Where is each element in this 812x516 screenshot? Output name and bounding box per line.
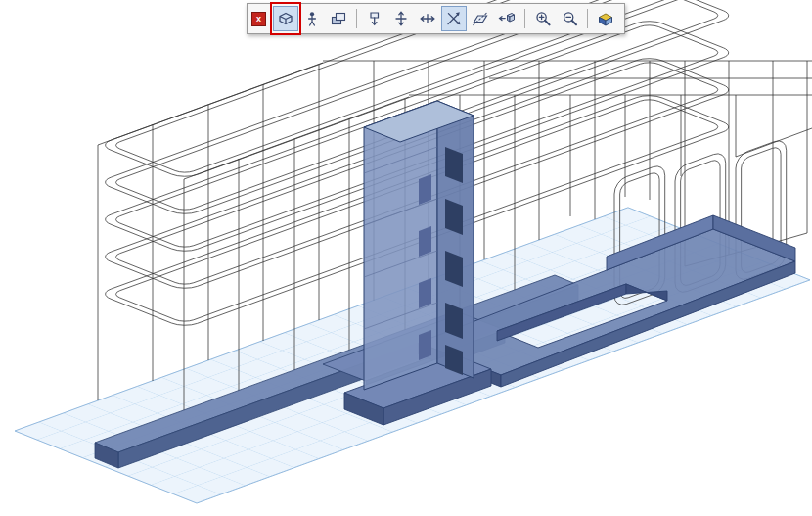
zoom-in-button[interactable] [530,6,556,31]
walk-button[interactable] [362,6,387,31]
core-tower [344,101,491,425]
zoom-out-icon [560,9,579,28]
axonometry-button[interactable] [273,6,298,31]
orbit-icon [444,9,464,28]
walk-icon [365,9,384,28]
elevate-icon [391,9,411,28]
toolbar-separator [356,9,357,28]
toolbar-buttons [273,6,618,31]
skew-icon [471,9,490,28]
move-copy-button[interactable] [494,6,519,31]
axonometry-icon [276,9,295,28]
skew-button[interactable] [468,6,493,31]
model-canvas[interactable] [0,0,812,516]
cutaway-3d-button[interactable] [593,6,618,31]
floating-toolbar: x [247,3,625,34]
toolbar-separator [587,9,588,28]
zoom-out-button[interactable] [557,6,582,31]
close-button[interactable]: x [251,12,266,26]
move-copy-icon [497,9,517,28]
cutting-planes-button[interactable] [326,6,351,31]
zoom-in-icon [533,9,553,28]
lateral-move-button[interactable] [415,6,440,31]
perspective-icon [302,9,322,28]
cutting-planes-icon [329,9,348,28]
toolbar-separator [524,9,525,28]
elevate-button[interactable] [388,6,414,31]
tower-right-face [437,101,474,378]
perspective-button[interactable] [299,6,325,31]
orbit-button[interactable] [441,6,467,31]
cutaway-3d-icon [596,9,615,28]
lateral-move-icon [418,9,437,28]
